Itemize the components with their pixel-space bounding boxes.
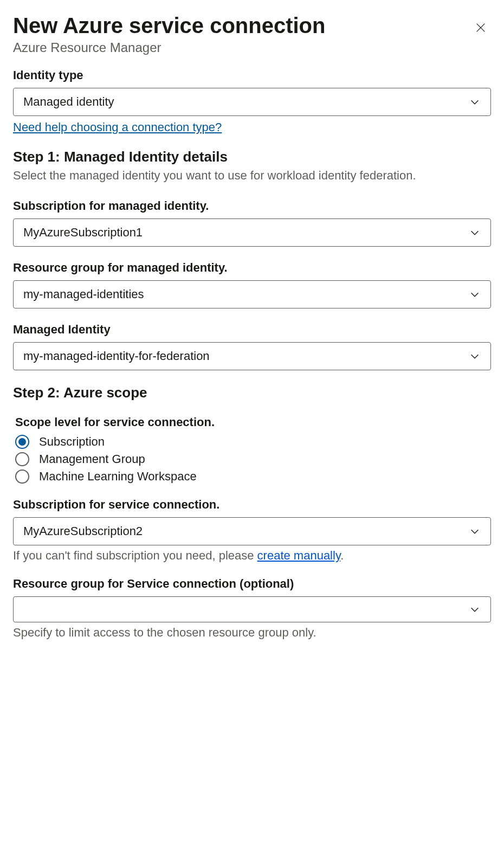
help-choosing-link[interactable]: Need help choosing a connection type? (13, 120, 222, 134)
step1-managed-identity-value: my-managed-identity-for-federation (23, 349, 210, 363)
radio-icon (15, 452, 29, 466)
scope-option-label: Subscription (39, 435, 105, 449)
close-button[interactable] (470, 17, 491, 40)
identity-type-value: Managed identity (23, 95, 114, 109)
step1-description: Select the managed identity you want to … (13, 168, 491, 184)
scope-option-label: Machine Learning Workspace (39, 469, 197, 484)
step2-subscription-hint: If you can't find subscription you need,… (13, 549, 491, 563)
close-icon (475, 27, 487, 35)
chevron-down-icon (469, 350, 481, 362)
step2-resource-group-label: Resource group for Service connection (o… (13, 577, 491, 591)
step1-subscription-value: MyAzureSubscription1 (23, 226, 143, 240)
chevron-down-icon (469, 227, 481, 239)
chevron-down-icon (469, 525, 481, 537)
step2-subscription-label: Subscription for service connection. (13, 498, 491, 512)
step2-resource-group-hint: Specify to limit access to the chosen re… (13, 626, 491, 640)
step1-resource-group-value: my-managed-identities (23, 287, 144, 301)
scope-option-subscription[interactable]: Subscription (15, 435, 491, 449)
step2-resource-group-dropdown[interactable] (13, 596, 491, 622)
step1-resource-group-dropdown[interactable]: my-managed-identities (13, 280, 491, 308)
scope-option-label: Management Group (39, 452, 145, 466)
step1-subscription-dropdown[interactable]: MyAzureSubscription1 (13, 218, 491, 247)
dialog-subtitle: Azure Resource Manager (13, 40, 325, 55)
step1-title: Step 1: Managed Identity details (13, 149, 491, 165)
create-manually-link[interactable]: create manually (257, 549, 341, 562)
dialog-header: New Azure service connection Azure Resou… (13, 13, 491, 55)
step1-managed-identity-dropdown[interactable]: my-managed-identity-for-federation (13, 342, 491, 370)
step1-resource-group-label: Resource group for managed identity. (13, 261, 491, 275)
radio-icon (15, 469, 29, 484)
scope-option-ml-workspace[interactable]: Machine Learning Workspace (15, 469, 491, 484)
chevron-down-icon (469, 603, 481, 615)
radio-icon (15, 435, 29, 449)
dialog-title: New Azure service connection (13, 13, 325, 38)
scope-level-group: Subscription Management Group Machine Le… (15, 435, 491, 484)
identity-type-dropdown[interactable]: Managed identity (13, 88, 491, 116)
step1-managed-identity-label: Managed Identity (13, 323, 491, 337)
scope-option-management-group[interactable]: Management Group (15, 452, 491, 466)
step2-subscription-dropdown[interactable]: MyAzureSubscription2 (13, 517, 491, 545)
identity-type-label: Identity type (13, 68, 491, 82)
step1-subscription-label: Subscription for managed identity. (13, 199, 491, 213)
chevron-down-icon (469, 96, 481, 108)
chevron-down-icon (469, 288, 481, 300)
scope-level-label: Scope level for service connection. (15, 415, 491, 429)
step2-title: Step 2: Azure scope (13, 384, 491, 401)
step2-subscription-value: MyAzureSubscription2 (23, 524, 143, 538)
